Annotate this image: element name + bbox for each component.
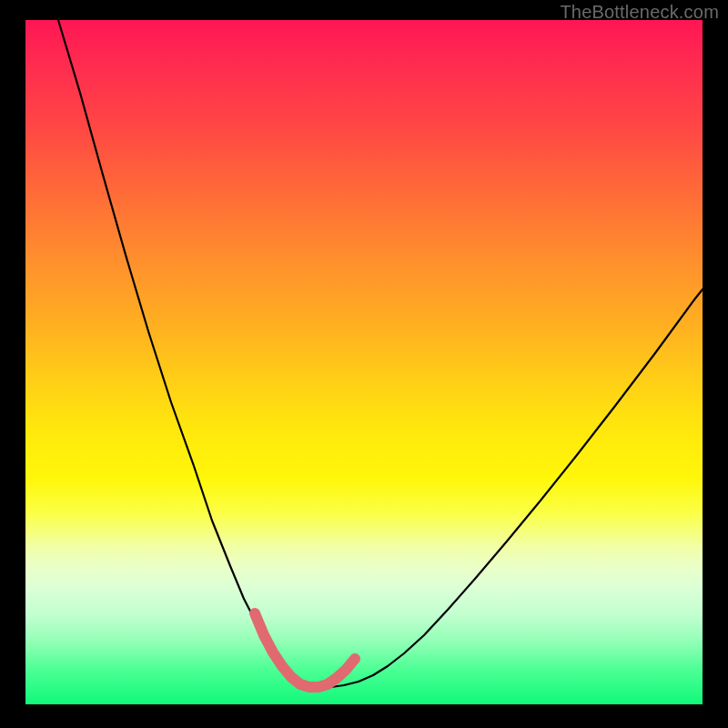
- highlight-segment: [255, 613, 355, 687]
- outer-frame: TheBottleneck.com: [0, 0, 728, 728]
- chart-area: [25, 20, 703, 704]
- main-curve: [58, 20, 703, 687]
- chart-svg: [25, 20, 703, 704]
